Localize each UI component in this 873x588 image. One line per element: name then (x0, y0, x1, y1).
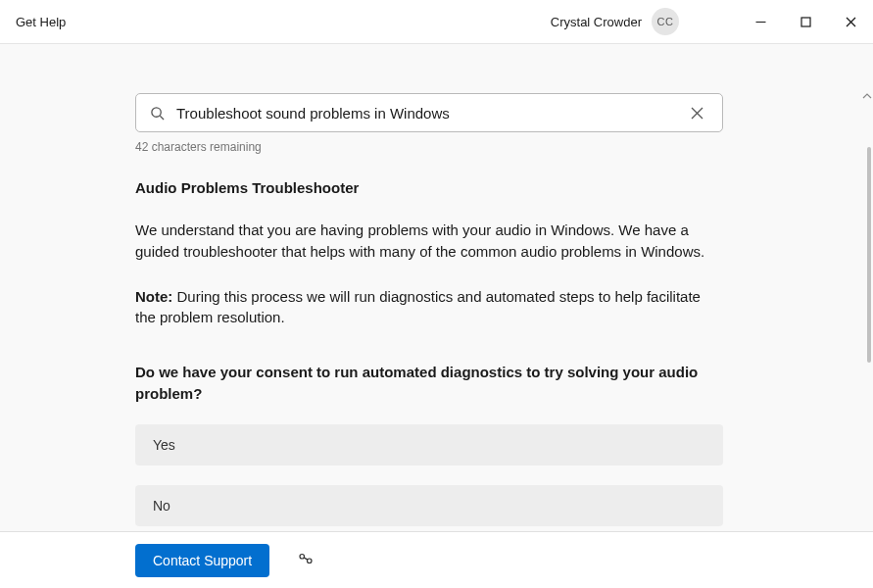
scrollbar[interactable] (865, 88, 871, 529)
user-account[interactable]: Crystal Crowder CC (551, 8, 679, 35)
svg-line-10 (160, 116, 164, 120)
minimize-button[interactable] (738, 0, 783, 43)
contact-support-button[interactable]: Contact Support (135, 544, 269, 577)
footer-bar: Contact Support (0, 531, 873, 588)
consent-question: Do we have your consent to run automated… (135, 362, 723, 405)
option-no[interactable]: No (135, 485, 723, 526)
content-area: 42 characters remaining Audio Problems T… (0, 44, 873, 531)
intro-text: We understand that you are having proble… (135, 220, 723, 263)
note-text: Note: During this process we will run di… (135, 286, 723, 329)
search-icon (150, 106, 165, 121)
option-no-label: No (153, 498, 170, 514)
app-title: Get Help (16, 15, 66, 29)
connect-icon[interactable] (297, 550, 315, 570)
contact-support-label: Contact Support (153, 553, 252, 568)
troubleshooter-heading: Audio Problems Troubleshooter (135, 179, 723, 196)
search-box[interactable] (135, 93, 723, 132)
note-label: Note: (135, 288, 172, 305)
close-button[interactable] (828, 0, 873, 43)
svg-rect-1 (801, 18, 810, 26)
search-input[interactable] (176, 105, 673, 122)
maximize-button[interactable] (783, 0, 828, 43)
clear-search-button[interactable] (685, 101, 708, 124)
scrollbar-thumb[interactable] (867, 147, 871, 363)
option-yes-label: Yes (153, 437, 175, 453)
note-body: During this process we will run diagnost… (135, 288, 701, 326)
window-controls (738, 0, 873, 43)
svg-point-14 (308, 559, 313, 564)
user-name: Crystal Crowder (551, 15, 642, 29)
char-count: 42 characters remaining (135, 140, 723, 154)
titlebar: Get Help Crystal Crowder CC (0, 0, 873, 44)
avatar: CC (652, 8, 679, 35)
close-icon (691, 107, 703, 120)
option-yes[interactable]: Yes (135, 424, 723, 466)
svg-point-9 (152, 107, 161, 116)
svg-point-13 (300, 555, 305, 560)
